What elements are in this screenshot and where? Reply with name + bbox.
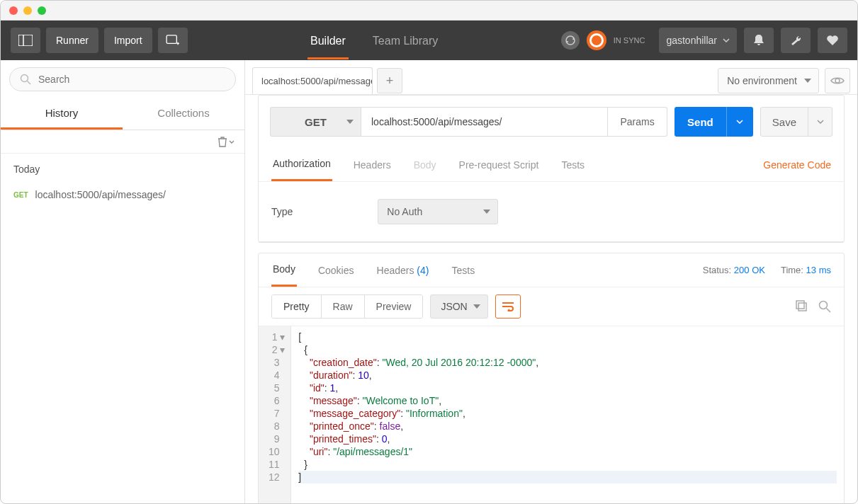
chevron-down-icon xyxy=(723,38,730,42)
send-button-dropdown[interactable] xyxy=(726,107,753,137)
heart-button[interactable] xyxy=(818,28,847,53)
history-item[interactable]: GET localhost:5000/api/messages/ xyxy=(1,182,244,207)
chevron-down-icon xyxy=(736,120,743,124)
new-window-button[interactable] xyxy=(158,28,188,53)
sync-label: IN SYNC xyxy=(614,36,645,45)
minimize-window-button[interactable] xyxy=(23,6,32,15)
send-button-label: Send xyxy=(674,116,726,128)
close-window-button[interactable] xyxy=(9,6,18,15)
search-icon xyxy=(20,74,31,85)
sidebar-icon xyxy=(18,35,33,46)
history-trash-button[interactable] xyxy=(218,136,235,147)
eye-icon xyxy=(830,76,845,86)
response-tab-tests[interactable]: Tests xyxy=(450,255,476,286)
heart-icon xyxy=(826,35,839,46)
tab-builder[interactable]: Builder xyxy=(307,22,349,59)
wrench-icon xyxy=(789,35,802,46)
history-item-method: GET xyxy=(13,191,28,199)
svg-line-12 xyxy=(827,309,831,313)
svg-point-11 xyxy=(820,302,828,309)
tab-team-library[interactable]: Team Library xyxy=(370,22,441,59)
chevron-down-icon xyxy=(229,140,235,144)
sync-logo-icon xyxy=(587,30,606,50)
svg-rect-9 xyxy=(798,303,806,311)
format-pretty-button[interactable]: Pretty xyxy=(272,295,322,318)
add-request-tab-button[interactable]: + xyxy=(377,68,402,93)
sync-arrows-icon xyxy=(565,35,576,46)
search-box[interactable] xyxy=(9,67,236,91)
generate-code-link[interactable]: Generate Code xyxy=(763,159,831,171)
svg-rect-0 xyxy=(18,35,33,46)
save-button-label: Save xyxy=(761,116,808,128)
copy-response-button[interactable] xyxy=(796,300,808,313)
search-icon xyxy=(818,300,831,313)
history-section-title: Today xyxy=(1,154,244,182)
save-button-dropdown[interactable] xyxy=(808,108,832,136)
params-button[interactable]: Params xyxy=(608,107,667,137)
sidebar: History Collections Today GET localhost:… xyxy=(1,60,245,504)
request-url-input[interactable] xyxy=(361,107,608,137)
tab-headers[interactable]: Headers xyxy=(352,149,393,181)
window-titlebar xyxy=(1,1,857,21)
svg-point-7 xyxy=(835,79,840,83)
search-input[interactable] xyxy=(38,74,225,85)
auth-type-label: Type xyxy=(271,206,293,217)
search-response-button[interactable] xyxy=(818,300,831,313)
user-menu-button[interactable]: gastonhillar xyxy=(659,28,737,53)
svg-rect-2 xyxy=(166,35,176,44)
line-wrap-icon xyxy=(502,302,514,311)
svg-rect-10 xyxy=(796,301,804,309)
top-toolbar: Runner Import Builder Team Library IN SY… xyxy=(1,21,857,60)
response-body-viewer[interactable]: 1 ▾2 ▾3 4 5 6 7 8 9 10 11 12 [ { "creati… xyxy=(259,326,844,504)
auth-type-select[interactable]: No Auth xyxy=(378,199,498,224)
sidebar-tab-collections[interactable]: Collections xyxy=(123,98,244,130)
trash-icon xyxy=(218,136,227,147)
response-time: Time: 13 ms xyxy=(781,265,831,275)
runner-button[interactable]: Runner xyxy=(46,28,98,53)
main-panel: localhost:5000/api/messages/ + No enviro… xyxy=(245,60,857,504)
chevron-down-icon xyxy=(817,120,824,124)
settings-button[interactable] xyxy=(781,28,811,53)
http-method-label: GET xyxy=(305,116,327,128)
notifications-button[interactable] xyxy=(744,28,774,53)
response-tab-cookies[interactable]: Cookies xyxy=(317,255,356,286)
import-button[interactable]: Import xyxy=(104,28,152,53)
response-language-select[interactable]: JSON xyxy=(430,294,487,319)
toggle-sidebar-button[interactable] xyxy=(11,28,40,53)
tab-body[interactable]: Body xyxy=(412,149,438,181)
bell-icon xyxy=(753,34,764,47)
sync-status-icon[interactable] xyxy=(561,31,580,50)
tab-tests[interactable]: Tests xyxy=(560,149,586,181)
http-method-select[interactable]: GET xyxy=(270,107,361,137)
copy-icon xyxy=(796,300,808,313)
request-tab[interactable]: localhost:5000/api/messages/ xyxy=(252,67,373,94)
tab-authorization[interactable]: Authorization xyxy=(271,148,332,181)
response-tab-headers[interactable]: Headers (4) xyxy=(376,255,431,286)
username-label: gastonhillar xyxy=(666,35,717,46)
response-tab-body[interactable]: Body xyxy=(271,253,297,287)
response-status: Status: 200 OK xyxy=(703,265,765,275)
svg-point-5 xyxy=(21,75,28,82)
environment-select[interactable]: No environment xyxy=(718,68,819,93)
tab-prerequest[interactable]: Pre-request Script xyxy=(458,149,541,181)
line-wrap-button[interactable] xyxy=(495,294,521,319)
format-preview-button[interactable]: Preview xyxy=(365,295,423,318)
new-window-icon xyxy=(166,35,180,46)
history-item-url: localhost:5000/api/messages/ xyxy=(35,189,166,200)
svg-line-6 xyxy=(28,81,31,85)
environment-preview-button[interactable] xyxy=(825,68,850,93)
save-button[interactable]: Save xyxy=(760,107,832,137)
send-button[interactable]: Send xyxy=(674,107,753,137)
sidebar-tab-history[interactable]: History xyxy=(1,98,123,130)
maximize-window-button[interactable] xyxy=(38,6,46,15)
format-raw-button[interactable]: Raw xyxy=(322,295,365,318)
